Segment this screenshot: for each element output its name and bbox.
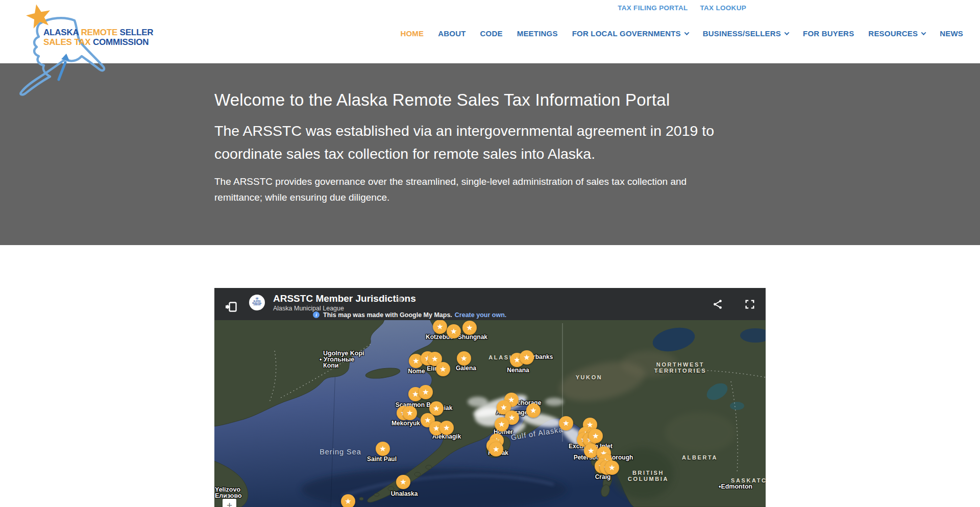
nav-item-about[interactable]: ABOUT (438, 29, 465, 38)
geo-label-: Копи (323, 362, 339, 369)
map-marker[interactable]: ★ (419, 385, 433, 399)
map-marker[interactable]: ★ (429, 401, 444, 416)
geo-label-yukon: YUKON (576, 374, 603, 380)
geo-label-british: BRITISH (632, 470, 664, 476)
map-attribution: i This map was made with Google My Maps.… (313, 311, 506, 319)
toggle-sidebar-icon[interactable] (225, 301, 237, 313)
map-marker[interactable]: ★ (436, 362, 450, 376)
favorite-star-icon[interactable]: ★ (396, 294, 404, 305)
nav-item-business-sellers[interactable]: BUSINESS/SELLERS (703, 29, 789, 38)
map-marker[interactable]: ★ (457, 351, 471, 366)
map-marker[interactable]: ★ (396, 475, 410, 489)
fullscreen-icon[interactable] (744, 299, 755, 310)
map-marker[interactable]: ★ (605, 461, 619, 475)
map-marker[interactable]: ★ (376, 442, 390, 456)
geo-label-edmonton: •Edmonton (719, 483, 752, 490)
nav-item-resources[interactable]: RESOURCES (868, 29, 925, 38)
map-marker[interactable]: ★ (341, 494, 355, 507)
create-your-own-link[interactable]: Create your own. (455, 311, 506, 319)
map-marker[interactable]: ★ (520, 350, 534, 365)
marker-label-nenana: Nenana (507, 367, 529, 374)
zoom-in-button[interactable]: + (223, 499, 236, 507)
map-marker[interactable]: ★ (584, 444, 598, 458)
share-icon[interactable] (712, 299, 723, 310)
chevron-down-icon (785, 30, 790, 35)
map-marker[interactable]: ★ (439, 421, 454, 435)
marker-label-saint-paul: Saint Paul (367, 455, 397, 463)
map-marker[interactable]: ★ (403, 406, 417, 420)
marker-label-shungnak: Shungnak (458, 333, 487, 341)
logo-line2: SALES TAX COMMISSION (43, 37, 153, 47)
map-marker[interactable]: ★ (526, 403, 541, 418)
site-header: ALASKA REMOTE SELLER SALES TAX COMMISSIO… (0, 0, 980, 63)
geo-label-: Елизово (215, 492, 242, 499)
geo-label-bering-sea: Bering Sea (320, 448, 361, 456)
avatar[interactable]: ✳ ALASKA MUNICIPAL LEAGUE (249, 295, 265, 310)
utility-link-tax-filing-portal[interactable]: TAX FILING PORTAL (618, 4, 688, 12)
main-nav: HOMEABOUTCODEMEETINGSFOR LOCAL GOVERNMEN… (400, 29, 963, 38)
nav-item-for-local-governments[interactable]: FOR LOCAL GOVERNMENTS (572, 29, 689, 38)
utility-link-tax-lookup[interactable]: TAX LOOKUP (700, 4, 747, 12)
marker-label-unalaska: Unalaska (391, 490, 418, 497)
hero-title: Welcome to the Alaska Remote Sales Tax I… (214, 90, 960, 110)
map-marker[interactable]: ★ (462, 321, 477, 335)
geo-label-northwest: NORTHWEST (656, 361, 704, 368)
map-marker[interactable]: ★ (433, 320, 447, 334)
site-logo[interactable]: ALASKA REMOTE SELLER SALES TAX COMMISSIO… (9, 2, 147, 99)
map-marker[interactable]: ★ (495, 417, 509, 431)
logo-wordmark: ALASKA REMOTE SELLER SALES TAX COMMISSIO… (43, 28, 153, 47)
info-icon: i (313, 311, 320, 318)
nav-item-for-buyers[interactable]: FOR BUYERS (803, 29, 854, 38)
chevron-down-icon (921, 30, 926, 35)
nav-item-meetings[interactable]: MEETINGS (517, 29, 558, 38)
chevron-down-icon (684, 30, 689, 35)
alaska-outline-icon (9, 2, 147, 99)
geo-label-territories: TERRITORIES (654, 368, 706, 374)
nav-item-code[interactable]: CODE (480, 29, 503, 38)
marker-label-nome: Nome (408, 368, 425, 375)
nav-item-news[interactable]: NEWS (940, 29, 963, 38)
google-my-maps-embed: ✳ ALASKA MUNICIPAL LEAGUE ARSSTC Member … (214, 288, 766, 507)
map-terrain (214, 320, 766, 507)
map-marker[interactable]: ★ (489, 442, 503, 456)
hero-section: Welcome to the Alaska Remote Sales Tax I… (0, 63, 980, 245)
map-header: ✳ ALASKA MUNICIPAL LEAGUE ARSSTC Member … (214, 288, 766, 320)
hero-subtitle: The ARSSTC was established via an interg… (214, 119, 766, 165)
map-canvas[interactable]: + ALASKAYUKONNORTHWESTTERRITORIESBRITISH… (214, 320, 766, 507)
map-marker[interactable]: ★ (559, 416, 573, 430)
attribution-text: This map was made with Google My Maps. (323, 311, 452, 319)
map-marker[interactable]: ★ (447, 324, 461, 339)
map-title: ARSSTC Member Jurisdictions (273, 293, 416, 304)
logo-line1: ALASKA REMOTE SELLER (43, 28, 153, 37)
geo-label-columbia: COLUMBIA (628, 476, 669, 482)
marker-label-galena: Galena (456, 365, 476, 372)
marker-label-mekoryuk: Mekoryuk (391, 420, 420, 427)
hero-body-text: The ARSSTC provides governance over the … (214, 174, 704, 205)
nav-item-home[interactable]: HOME (400, 29, 424, 38)
utility-nav: TAX FILING PORTALTAX LOOKUP (618, 4, 746, 12)
map-marker[interactable]: ★ (589, 429, 603, 443)
geo-label-alberta: ALBERTA (682, 454, 718, 461)
